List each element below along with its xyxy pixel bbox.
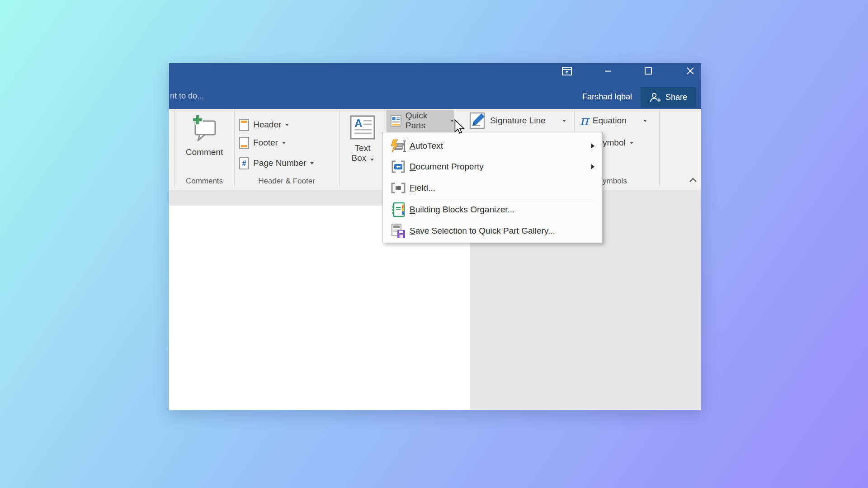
- signature-line-label: Signature Line: [490, 116, 546, 126]
- share-person-icon: [650, 92, 661, 103]
- group-separator: [339, 111, 340, 186]
- group-separator: [174, 111, 175, 186]
- document-property-icon: [391, 160, 406, 174]
- dropdown-caret-icon: [285, 124, 289, 126]
- tell-me-text[interactable]: nt to do...: [170, 91, 204, 101]
- signature-line-button[interactable]: Signature Line: [469, 110, 566, 131]
- ribbon-display-options-button[interactable]: [557, 63, 577, 79]
- footer-button[interactable]: Footer: [239, 133, 286, 153]
- dropdown-caret-icon: [562, 120, 566, 122]
- footer-label: Footer: [253, 138, 278, 148]
- menu-item-label: Save Selection to Quick Part Gallery...: [410, 226, 555, 236]
- symbol-label-partial: ymbol: [603, 138, 626, 148]
- quick-parts-button[interactable]: Quick Parts: [387, 110, 454, 131]
- quick-parts-icon: [391, 114, 401, 127]
- header-label: Header: [253, 120, 281, 130]
- text-box-label-line2: Box: [351, 153, 373, 163]
- titlebar[interactable]: nt to do...: [169, 63, 701, 109]
- building-blocks-icon: [391, 202, 406, 217]
- dropdown-caret-icon: [370, 159, 374, 161]
- share-button[interactable]: Share: [641, 87, 696, 108]
- page-number-button[interactable]: # Page Number: [239, 153, 314, 173]
- mouse-cursor: [454, 119, 465, 134]
- word-window: nt to do...: [169, 63, 701, 410]
- dropdown-caret-icon: [310, 162, 314, 164]
- equation-label: Equation: [593, 116, 627, 126]
- minimize-button[interactable]: [598, 63, 618, 79]
- group-separator: [234, 111, 235, 186]
- symbol-button[interactable]: ymbol: [603, 133, 633, 153]
- text-box-label-line1: Text: [355, 143, 371, 153]
- dropdown-caret-icon: [282, 142, 286, 144]
- dropdown-caret-icon: [643, 120, 647, 122]
- menu-item-autotext[interactable]: AutoText: [383, 136, 602, 156]
- group-separator: [659, 111, 660, 186]
- menu-item-field[interactable]: Field...: [383, 178, 602, 198]
- footer-icon: [239, 137, 249, 149]
- svg-text:#: #: [242, 160, 246, 167]
- group-label-header-footer: Header & Footer: [241, 177, 332, 187]
- quick-parts-menu: AutoText Document Property: [382, 132, 603, 243]
- header-button[interactable]: Header: [239, 115, 289, 135]
- minimize-icon: [605, 70, 611, 72]
- collapse-ribbon-button[interactable]: [687, 175, 699, 185]
- collapse-ribbon-icon: [689, 178, 697, 182]
- share-label: Share: [665, 93, 687, 102]
- menu-item-label: Field...: [410, 183, 435, 193]
- text-box-icon: A: [350, 115, 375, 140]
- menu-item-label: AutoText: [410, 141, 443, 151]
- header-icon: [239, 119, 249, 131]
- save-quick-part-icon: [391, 223, 406, 239]
- comment-button[interactable]: Comment: [177, 110, 232, 174]
- desktop-background: nt to do...: [0, 0, 868, 488]
- submenu-arrow-icon: [591, 164, 594, 169]
- menu-item-document-property[interactable]: Document Property: [383, 156, 602, 177]
- maximize-icon: [645, 67, 652, 75]
- equation-button[interactable]: π Equation: [580, 110, 647, 131]
- svg-text:A: A: [354, 117, 362, 129]
- group-label-symbols-partial: ymbols: [603, 177, 639, 187]
- comment-label: Comment: [186, 147, 223, 157]
- menu-item-save-selection[interactable]: Save Selection to Quick Part Gallery...: [383, 221, 602, 241]
- menu-item-label: Document Property: [410, 162, 484, 172]
- group-label-comments: Comments: [177, 177, 232, 187]
- dropdown-caret-icon: [450, 120, 454, 122]
- quick-parts-label: Quick Parts: [406, 111, 444, 131]
- dropdown-caret-icon: [630, 142, 633, 144]
- text-box-button[interactable]: A Text Box: [343, 110, 382, 174]
- menu-item-label: Building Blocks Organizer...: [410, 205, 514, 215]
- menu-item-building-blocks-organizer[interactable]: Building Blocks Organizer...: [383, 199, 602, 220]
- submenu-arrow-icon: [591, 143, 594, 149]
- page-number-label: Page Number: [253, 158, 306, 168]
- maximize-button[interactable]: [638, 63, 659, 79]
- close-button[interactable]: [680, 63, 701, 79]
- page-number-icon: #: [239, 157, 249, 169]
- comment-new-icon: [191, 114, 218, 142]
- field-icon: [391, 183, 406, 193]
- user-name[interactable]: Farshad Iqbal: [582, 92, 632, 102]
- ribbon-display-options-icon: [562, 67, 572, 75]
- close-icon: [687, 67, 694, 75]
- autotext-icon: [391, 139, 406, 153]
- equation-icon: π: [580, 114, 589, 127]
- signature-line-icon: [469, 112, 486, 129]
